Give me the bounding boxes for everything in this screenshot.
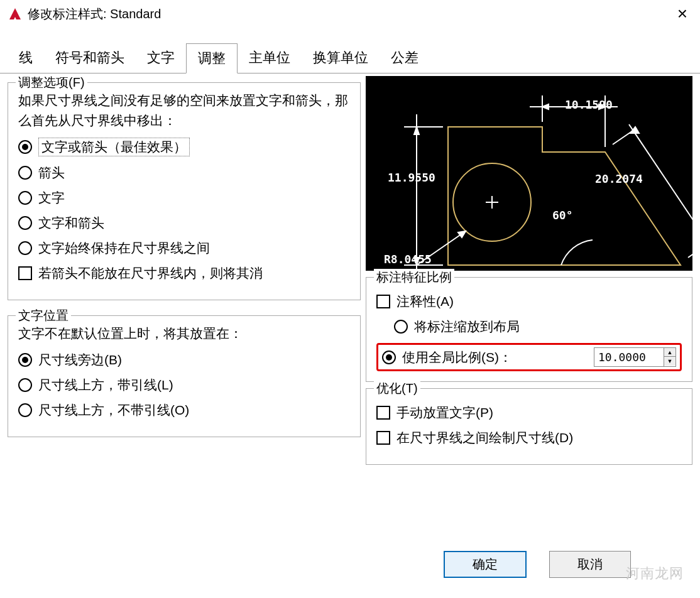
tune-legend: 优化(T) — [374, 380, 420, 397]
tune-group: 优化(T) 手动放置文字(P) 在尺寸界线之间绘制尺寸线(D) — [366, 388, 692, 465]
radio-icon — [18, 353, 32, 367]
scale-legend: 标注特征比例 — [374, 269, 454, 286]
radio-icon — [18, 191, 32, 205]
check-suppress-arrows[interactable]: 若箭头不能放在尺寸界线内，则将其消 — [18, 264, 350, 282]
tab-label: 调整 — [198, 50, 226, 66]
tab-alt-units[interactable]: 换算单位 — [302, 43, 380, 73]
tab-tolerance[interactable]: 公差 — [380, 43, 430, 73]
radio-icon — [394, 320, 408, 334]
tabs: 线 符号和箭头 文字 调整 主单位 换算单位 公差 — [0, 43, 700, 73]
check-manual-place-text[interactable]: 手动放置文字(P) — [376, 404, 682, 421]
tab-fit[interactable]: 调整 — [186, 43, 238, 73]
radio-label: 使用全局比例(S)： — [402, 349, 512, 366]
window-title: 修改标注样式: Standard — [28, 6, 672, 23]
radio-beside-dim-line[interactable]: 尺寸线旁边(B) — [18, 351, 350, 369]
radio-icon — [18, 140, 32, 154]
radio-use-global-scale[interactable]: 使用全局比例(S)： — [382, 349, 589, 366]
fit-options-desc: 如果尺寸界线之间没有足够的空间来放置文字和箭头，那么首先从尺寸界线中移出： — [18, 90, 350, 130]
tab-label: 文字 — [147, 50, 175, 65]
radio-icon — [18, 241, 32, 255]
close-icon[interactable]: × — [672, 4, 692, 24]
checkbox-icon — [376, 295, 390, 308]
svg-marker-11 — [414, 127, 419, 134]
tab-label: 主单位 — [249, 50, 290, 65]
radio-icon — [18, 378, 32, 392]
svg-marker-18 — [458, 231, 466, 237]
tab-label: 符号和箭头 — [55, 50, 124, 65]
radio-above-with-leader[interactable]: 尺寸线上方，带引线(L) — [18, 376, 350, 394]
svg-line-14 — [688, 241, 693, 258]
svg-line-15 — [629, 124, 693, 254]
radio-label: 文字始终保持在尺寸界线之间 — [38, 239, 210, 257]
checkbox-label: 注释性(A) — [396, 293, 454, 310]
spinner-down-icon[interactable]: ▼ — [664, 357, 675, 366]
ok-button[interactable]: 确定 — [444, 551, 527, 578]
app-icon — [8, 6, 23, 21]
tab-text[interactable]: 文字 — [136, 43, 186, 73]
preview-panel: 10.1590 11.9550 20.2074 60° R8.0455 — [366, 76, 692, 271]
text-position-group: 文字位置 文字不在默认位置上时，将其放置在： 尺寸线旁边(B) 尺寸线上方，带引… — [8, 315, 361, 437]
radio-keep-text-inside[interactable]: 文字始终保持在尺寸界线之间 — [18, 239, 350, 257]
checkbox-icon — [376, 431, 390, 445]
radio-text-or-arrows[interactable]: 文字或箭头（最佳效果） — [18, 138, 350, 156]
checkbox-label: 若箭头不能放在尺寸界线内，则将其消 — [38, 264, 263, 282]
watermark: 河南龙网 — [626, 564, 684, 583]
cancel-button[interactable]: 取消 — [549, 551, 631, 578]
dim-top-label: 10.1590 — [565, 98, 613, 111]
svg-marker-6 — [542, 104, 549, 109]
tab-label: 线 — [19, 50, 33, 65]
title-bar: 修改标注样式: Standard × — [0, 0, 700, 28]
check-draw-dim-line[interactable]: 在尺寸界线之间绘制尺寸线(D) — [376, 429, 682, 447]
fit-options-legend: 调整选项(F) — [16, 74, 87, 91]
radio-text[interactable]: 文字 — [18, 189, 350, 207]
text-position-desc: 文字不在默认位置上时，将其放置在： — [18, 323, 350, 344]
tab-lines[interactable]: 线 — [8, 43, 44, 73]
text-position-legend: 文字位置 — [16, 307, 71, 324]
radio-icon — [18, 166, 32, 180]
fit-options-group: 调整选项(F) 如果尺寸界线之间没有足够的空间来放置文字和箭头，那么首先从尺寸界… — [8, 82, 361, 300]
radio-label: 文字 — [38, 189, 65, 207]
dim-angle-label: 60° — [552, 209, 573, 222]
button-label: 确定 — [473, 557, 498, 571]
tab-label: 公差 — [391, 50, 418, 65]
radio-above-no-leader[interactable]: 尺寸线上方，不带引线(O) — [18, 401, 350, 419]
radio-label: 箭头 — [38, 164, 65, 182]
dim-left-label: 11.9550 — [388, 171, 435, 184]
global-scale-input[interactable] — [594, 348, 664, 366]
radio-label: 尺寸线旁边(B) — [38, 351, 122, 369]
dim-radius-label: R8.0455 — [384, 253, 432, 266]
radio-icon — [18, 403, 32, 417]
radio-label: 尺寸线上方，不带引线(O) — [38, 401, 189, 419]
tab-symbols[interactable]: 符号和箭头 — [44, 43, 136, 73]
checkbox-label: 在尺寸界线之间绘制尺寸线(D) — [396, 429, 573, 447]
button-label: 取消 — [577, 557, 603, 571]
dim-diag-label: 20.2074 — [595, 172, 643, 185]
radio-icon — [18, 216, 32, 230]
tab-primary-units[interactable]: 主单位 — [238, 43, 302, 73]
tab-label: 换算单位 — [313, 50, 368, 65]
radio-label: 文字或箭头（最佳效果） — [38, 138, 190, 156]
checkbox-label: 手动放置文字(P) — [396, 404, 493, 421]
radio-scale-to-layout[interactable]: 将标注缩放到布局 — [394, 318, 682, 335]
global-scale-spinner[interactable]: ▲ ▼ — [594, 347, 676, 367]
radio-label: 尺寸线上方，带引线(L) — [38, 376, 173, 394]
global-scale-row: 使用全局比例(S)： ▲ ▼ — [376, 343, 682, 371]
radio-arrows[interactable]: 箭头 — [18, 164, 350, 182]
dialog-buttons: 确定 取消 — [444, 551, 631, 578]
radio-label: 将标注缩放到布局 — [414, 318, 520, 335]
radio-text-and-arrows[interactable]: 文字和箭头 — [18, 214, 350, 232]
spinner-up-icon[interactable]: ▲ — [664, 348, 675, 357]
checkbox-icon — [376, 406, 390, 420]
scale-group: 标注特征比例 注释性(A) 将标注缩放到布局 使用全局比例(S)： ▲ ▼ — [366, 277, 692, 382]
check-annotative[interactable]: 注释性(A) — [376, 293, 682, 310]
radio-label: 文字和箭头 — [38, 214, 104, 232]
checkbox-icon — [18, 266, 32, 280]
radio-icon — [382, 351, 396, 364]
